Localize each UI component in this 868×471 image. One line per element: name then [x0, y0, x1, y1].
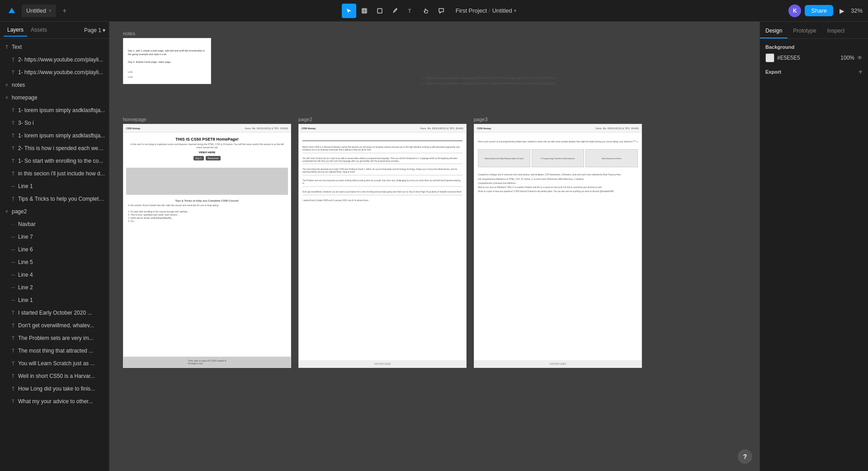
export-add-button[interactable]: + [859, 68, 863, 76]
play-button[interactable]: ▶ [837, 5, 847, 16]
layer-item-2yt[interactable]: T 2- https://www.youtube.com/playli... [0, 53, 109, 66]
layer-icon-1yt: T [10, 69, 16, 75]
p2-q2: What Languages will you learn? [302, 154, 462, 157]
layer-icon-line1a: — [10, 183, 16, 189]
right-panel-tabs: Design Prototype Inspect [760, 22, 868, 39]
p3-nav-resources: RESOURCES & TIPS [608, 127, 630, 130]
layer-item-line5[interactable]: — Line 5 [0, 256, 109, 268]
layer-name-lorem2: 1- lorem ipsum simply asdklasflsja... [18, 132, 105, 139]
layer-item-notes[interactable]: # notes [0, 79, 109, 91]
layer-item-early[interactable]: T I started Early October 2020 ... [0, 306, 109, 319]
p3-title: Resources & Tips! [478, 135, 638, 139]
p2-a5: Don't get overwillmed, whatever you are … [302, 191, 462, 193]
file-name-group[interactable]: Untitled ▾ [492, 7, 516, 14]
layer-item-line4[interactable]: — Line 4 [0, 268, 109, 281]
tool-frame[interactable] [357, 4, 372, 18]
file-name-arrow: ▾ [514, 8, 516, 13]
layer-item-how-long[interactable]: T How Long did you take to finis... [0, 382, 109, 395]
layer-item-lorem1[interactable]: T 1- lorem ipsum simply asdklasflsja... [0, 104, 109, 117]
user-avatar[interactable]: K [788, 5, 801, 17]
layer-name-this: 2- This is how i spended each wee... [18, 145, 105, 151]
top-bar-left: Untitled × + [5, 5, 69, 17]
layer-item-lorem2[interactable]: T 1- lorem ipsum simply asdklasflsja... [0, 129, 109, 142]
page3-box: CS50 Homep. Home Bio RESOURCES & TIPS SH… [474, 124, 642, 368]
layer-item-line7[interactable]: — Line 7 [0, 231, 109, 243]
tool-pen[interactable] [388, 4, 402, 18]
canvas-area[interactable]: notes notes Day 1: add 1 create a start … [109, 22, 760, 471]
layer-item-harvard[interactable]: T Well in short CS50 is a Harvar... [0, 370, 109, 382]
p3-intro: Here is just a punch of cool programming… [478, 141, 638, 143]
layer-item-section[interactable]: T in this secion i'll just include how d… [0, 167, 109, 180]
layer-item-attracted[interactable]: T The most thing that attracted ... [0, 344, 109, 357]
layer-item-start[interactable]: T 1- So start with enrolling to the co..… [0, 155, 109, 167]
layer-icon-so: T [10, 120, 16, 126]
layer-item-so[interactable]: T 3- So i [0, 117, 109, 129]
tool-comment[interactable] [434, 4, 448, 18]
layer-icon-section: T [10, 170, 16, 177]
close-tab-icon[interactable]: × [49, 8, 52, 13]
layer-item-page2[interactable]: # page2 [0, 205, 109, 218]
p3-res3: Comprehensive Command Line Refrence ! [478, 182, 638, 185]
tool-shape[interactable] [373, 4, 387, 18]
tab-assets[interactable]: Assets [27, 24, 51, 37]
background-row: #E5E5E5 100% 👁 [765, 53, 863, 62]
hp-gray-placeholder [126, 168, 288, 195]
tool-move[interactable] [342, 4, 356, 18]
layer-item-scratch[interactable]: T You will Learn Scratch just as ... [0, 357, 109, 370]
page-selector[interactable]: Page 1 ▾ [84, 27, 105, 33]
layer-name-tips: Tips & Tricks to help you Complete... [18, 196, 105, 202]
layer-item-line1a[interactable]: — Line 1 [0, 180, 109, 193]
right-tab-inspect[interactable]: Inspect [822, 24, 850, 38]
layer-item-line1b[interactable]: — Line 1 [0, 294, 109, 306]
layer-item-overwhelm[interactable]: T Don't get overwillmed, whatev... [0, 319, 109, 332]
p3-nav-share: SHARE [631, 127, 639, 130]
layer-icon-line1b: — [10, 297, 16, 303]
layer-icon-scratch: T [10, 360, 16, 367]
layer-name-lorem1: 1- lorem ipsum simply asdklasflsja... [18, 107, 105, 113]
tab-layers[interactable]: Layers [4, 24, 27, 37]
layer-item-line2[interactable]: — Line 2 [0, 281, 109, 294]
left-panel-tabs: Layers Assets Page 1 ▾ [0, 22, 109, 39]
layer-item-tips[interactable]: T Tips & Tricks to help you Complete... [0, 193, 109, 205]
canvas-scroll[interactable]: notes notes Day 1: add 1 create a start … [109, 22, 760, 471]
file-tab[interactable]: Untitled × [22, 5, 56, 17]
layer-item-1yt[interactable]: T 1- https://www.youtube.com/playli... [0, 66, 109, 79]
layer-item-navbar[interactable]: ⋯ Navbar [0, 218, 109, 231]
help-button[interactable]: ? [738, 449, 752, 464]
share-button[interactable]: Share [805, 5, 833, 16]
p2-nav-bio: Bio [428, 127, 431, 130]
layer-item-line6[interactable]: — Line 6 [0, 243, 109, 256]
hp-tips-content: in this section i'll just include how di… [123, 204, 291, 223]
layer-name-1yt: 1- https://www.youtube.com/playli... [18, 69, 105, 75]
bg-color-swatch[interactable] [765, 53, 774, 62]
text-refs-container: 1- https://www.youtube.com/playlist?list… [421, 76, 557, 85]
layer-item-text[interactable]: T Text [0, 41, 109, 53]
zoom-level[interactable]: 32% [851, 7, 863, 14]
tool-text[interactable]: T [403, 4, 418, 18]
layer-icon-tips: T [10, 196, 16, 202]
layer-name-attracted: The most thing that attracted ... [18, 348, 105, 354]
page2-logo: CS50 Homep. [302, 127, 316, 130]
p2-a1: Well in short CS50 is a Harvard Universi… [302, 146, 462, 151]
layer-item-advice[interactable]: T What my your advice to other... [0, 395, 109, 408]
layer-name-advice: What my your advice to other... [18, 398, 105, 405]
tool-hand[interactable] [419, 4, 433, 18]
right-tab-design[interactable]: Design [760, 24, 788, 38]
add-tab-button[interactable]: + [60, 7, 69, 15]
layer-name-section: in this secion i'll just include how d..… [18, 170, 105, 177]
p2-divider2 [302, 164, 462, 164]
visibility-toggle-icon[interactable]: 👁 [857, 55, 863, 61]
layer-name-line4: Line 4 [18, 272, 105, 278]
export-row: Export + [765, 68, 863, 76]
layer-item-homepage[interactable]: # homepage [0, 91, 109, 104]
layer-icon-notes: # [4, 82, 10, 88]
page3-label: page3 [474, 117, 642, 122]
p2-divider1 [302, 153, 462, 153]
layer-item-problem[interactable]: T The Problem sets are very im... [0, 332, 109, 344]
layer-item-this[interactable]: T 2- This is how i spended each wee... [0, 142, 109, 155]
layer-icon-2yt: T [10, 57, 16, 63]
layer-icon-how-long: T [10, 386, 16, 392]
notes-frame-container: notes notes Day 1: add 1 create a start … [123, 31, 211, 84]
right-tab-prototype[interactable]: Prototype [788, 24, 821, 38]
page3-nav: Home Bio RESOURCES & TIPS SHARE [595, 127, 639, 130]
